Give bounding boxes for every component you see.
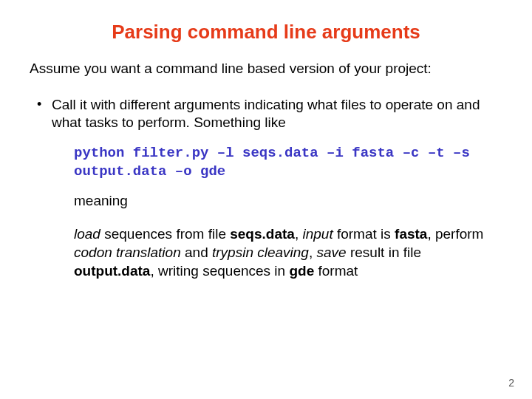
code-example: python filter.py –l seqs.data –i fasta –… bbox=[74, 144, 488, 180]
bullet-text: Call it with different arguments indicat… bbox=[52, 97, 480, 131]
txt: and bbox=[181, 245, 212, 260]
txt: format is bbox=[333, 226, 395, 242]
kw-seqs: seqs.data bbox=[230, 226, 295, 242]
term-load: load bbox=[74, 226, 100, 242]
bullet-item: Call it with different arguments indicat… bbox=[52, 96, 502, 281]
kw-fasta: fasta bbox=[395, 226, 427, 242]
txt: , perform bbox=[427, 226, 483, 242]
kw-gde: gde bbox=[289, 263, 314, 279]
txt: format bbox=[314, 263, 358, 279]
txt: result in file bbox=[347, 245, 421, 260]
term-save: save bbox=[317, 245, 347, 260]
kw-output: output.data bbox=[74, 263, 150, 279]
term-trypsin: trypsin cleaving bbox=[212, 245, 309, 260]
meaning-label: meaning bbox=[74, 192, 502, 211]
slide-title: Parsing command line arguments bbox=[30, 21, 502, 44]
intro-text: Assume you want a command line based ver… bbox=[30, 60, 502, 78]
bullet-list: Call it with different arguments indicat… bbox=[30, 96, 502, 281]
term-input: input bbox=[302, 226, 332, 242]
term-codon: codon translation bbox=[74, 245, 181, 260]
txt: sequences from file bbox=[100, 226, 230, 242]
txt: , writing sequences in bbox=[150, 263, 289, 279]
txt: , bbox=[295, 226, 303, 242]
slide: Parsing command line arguments Assume yo… bbox=[0, 0, 532, 399]
page-number: 2 bbox=[508, 377, 514, 389]
meaning-description: load sequences from file seqs.data, inpu… bbox=[74, 225, 502, 280]
txt: , bbox=[309, 245, 317, 260]
